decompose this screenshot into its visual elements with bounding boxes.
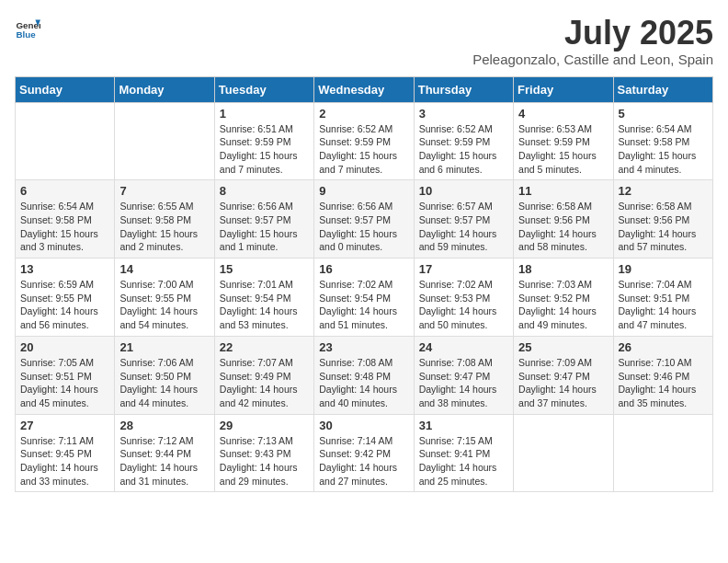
calendar-cell: 11Sunrise: 6:58 AM Sunset: 9:56 PM Dayli… (514, 180, 613, 259)
day-info: Sunrise: 6:54 AM Sunset: 9:58 PM Dayligh… (20, 200, 109, 254)
calendar-cell: 10Sunrise: 6:57 AM Sunset: 9:57 PM Dayli… (414, 180, 513, 259)
day-number: 21 (119, 340, 209, 354)
calendar-cell: 27Sunrise: 7:11 AM Sunset: 9:45 PM Dayli… (16, 414, 115, 492)
day-number: 6 (20, 184, 109, 198)
day-number: 16 (319, 262, 408, 276)
day-info: Sunrise: 6:55 AM Sunset: 9:58 PM Dayligh… (119, 200, 209, 254)
day-info: Sunrise: 7:04 AM Sunset: 9:51 PM Dayligh… (619, 278, 708, 332)
day-info: Sunrise: 7:06 AM Sunset: 9:50 PM Dayligh… (119, 356, 209, 410)
calendar-table: SundayMondayTuesdayWednesdayThursdayFrid… (15, 76, 713, 493)
day-number: 5 (619, 107, 708, 121)
svg-text:Blue: Blue (16, 29, 36, 40)
page-header: General Blue July 2025 Peleagonzalo, Cas… (15, 15, 713, 67)
calendar-cell: 26Sunrise: 7:10 AM Sunset: 9:46 PM Dayli… (613, 336, 712, 414)
calendar-cell: 13Sunrise: 6:59 AM Sunset: 9:55 PM Dayli… (16, 259, 115, 337)
day-number: 3 (419, 107, 508, 121)
calendar-cell (16, 102, 115, 180)
calendar-cell: 15Sunrise: 7:01 AM Sunset: 9:54 PM Dayli… (214, 259, 313, 337)
day-info: Sunrise: 6:54 AM Sunset: 9:58 PM Dayligh… (619, 122, 708, 177)
location-title: Peleagonzalo, Castille and Leon, Spain (472, 52, 713, 67)
day-info: Sunrise: 7:02 AM Sunset: 9:54 PM Dayligh… (319, 278, 408, 332)
calendar-cell: 28Sunrise: 7:12 AM Sunset: 9:44 PM Dayli… (115, 414, 214, 492)
day-number: 1 (220, 107, 309, 121)
day-info: Sunrise: 6:58 AM Sunset: 9:56 PM Dayligh… (518, 200, 608, 254)
calendar-cell (115, 102, 214, 180)
weekday-header: Friday (514, 76, 613, 102)
calendar-cell (613, 414, 712, 492)
logo: General Blue (15, 15, 40, 40)
day-info: Sunrise: 6:58 AM Sunset: 9:56 PM Dayligh… (619, 200, 708, 254)
day-number: 19 (619, 262, 708, 276)
day-info: Sunrise: 7:02 AM Sunset: 9:53 PM Dayligh… (419, 278, 508, 332)
weekday-header: Sunday (16, 76, 115, 102)
day-number: 30 (319, 419, 408, 432)
day-number: 8 (220, 184, 309, 198)
calendar-cell: 18Sunrise: 7:03 AM Sunset: 9:52 PM Dayli… (514, 259, 613, 337)
calendar-cell: 25Sunrise: 7:09 AM Sunset: 9:47 PM Dayli… (514, 336, 613, 414)
calendar-cell: 29Sunrise: 7:13 AM Sunset: 9:43 PM Dayli… (214, 414, 313, 492)
weekday-header: Wednesday (314, 76, 414, 102)
day-info: Sunrise: 7:01 AM Sunset: 9:54 PM Dayligh… (220, 278, 309, 332)
day-info: Sunrise: 7:07 AM Sunset: 9:49 PM Dayligh… (220, 356, 309, 410)
day-info: Sunrise: 7:08 AM Sunset: 9:48 PM Dayligh… (319, 356, 408, 410)
day-number: 22 (220, 340, 309, 354)
calendar-cell: 7Sunrise: 6:55 AM Sunset: 9:58 PM Daylig… (115, 180, 214, 259)
calendar-cell: 3Sunrise: 6:52 AM Sunset: 9:59 PM Daylig… (414, 102, 513, 180)
day-info: Sunrise: 7:15 AM Sunset: 9:41 PM Dayligh… (419, 434, 508, 488)
calendar-cell: 14Sunrise: 7:00 AM Sunset: 9:55 PM Dayli… (115, 259, 214, 337)
day-number: 4 (518, 107, 608, 121)
day-info: Sunrise: 7:12 AM Sunset: 9:44 PM Dayligh… (119, 434, 209, 488)
day-info: Sunrise: 6:52 AM Sunset: 9:59 PM Dayligh… (319, 122, 408, 177)
calendar-cell: 2Sunrise: 6:52 AM Sunset: 9:59 PM Daylig… (314, 102, 414, 180)
month-title: July 2025 (472, 15, 713, 52)
day-number: 13 (20, 262, 109, 276)
calendar-cell: 5Sunrise: 6:54 AM Sunset: 9:58 PM Daylig… (613, 102, 712, 180)
day-number: 11 (518, 184, 608, 198)
calendar-cell: 9Sunrise: 6:56 AM Sunset: 9:57 PM Daylig… (314, 180, 414, 259)
day-number: 9 (319, 184, 408, 198)
calendar-cell: 4Sunrise: 6:53 AM Sunset: 9:59 PM Daylig… (514, 102, 613, 180)
day-number: 25 (518, 340, 608, 354)
calendar-week-row: 13Sunrise: 6:59 AM Sunset: 9:55 PM Dayli… (16, 259, 713, 337)
calendar-week-row: 27Sunrise: 7:11 AM Sunset: 9:45 PM Dayli… (16, 414, 713, 492)
day-number: 26 (619, 340, 708, 354)
day-info: Sunrise: 6:51 AM Sunset: 9:59 PM Dayligh… (220, 122, 309, 177)
calendar-cell: 23Sunrise: 7:08 AM Sunset: 9:48 PM Dayli… (314, 336, 414, 414)
day-number: 24 (419, 340, 508, 354)
day-info: Sunrise: 6:52 AM Sunset: 9:59 PM Dayligh… (419, 122, 508, 177)
day-number: 29 (220, 419, 309, 432)
calendar-cell: 17Sunrise: 7:02 AM Sunset: 9:53 PM Dayli… (414, 259, 513, 337)
day-number: 23 (319, 340, 408, 354)
day-info: Sunrise: 6:53 AM Sunset: 9:59 PM Dayligh… (518, 122, 608, 177)
calendar-cell: 30Sunrise: 7:14 AM Sunset: 9:42 PM Dayli… (314, 414, 414, 492)
day-info: Sunrise: 6:56 AM Sunset: 9:57 PM Dayligh… (220, 200, 309, 254)
day-number: 12 (619, 184, 708, 198)
day-number: 2 (319, 107, 408, 121)
logo-icon: General Blue (15, 15, 40, 40)
day-number: 20 (20, 340, 109, 354)
calendar-week-row: 20Sunrise: 7:05 AM Sunset: 9:51 PM Dayli… (16, 336, 713, 414)
day-number: 28 (119, 419, 209, 432)
day-number: 10 (419, 184, 508, 198)
day-info: Sunrise: 6:56 AM Sunset: 9:57 PM Dayligh… (319, 200, 408, 254)
day-info: Sunrise: 7:10 AM Sunset: 9:46 PM Dayligh… (619, 356, 708, 410)
calendar-cell: 8Sunrise: 6:56 AM Sunset: 9:57 PM Daylig… (214, 180, 313, 259)
calendar-cell: 31Sunrise: 7:15 AM Sunset: 9:41 PM Dayli… (414, 414, 513, 492)
day-number: 14 (119, 262, 209, 276)
day-info: Sunrise: 7:05 AM Sunset: 9:51 PM Dayligh… (20, 356, 109, 410)
day-number: 18 (518, 262, 608, 276)
day-info: Sunrise: 7:13 AM Sunset: 9:43 PM Dayligh… (220, 434, 309, 488)
calendar-week-row: 6Sunrise: 6:54 AM Sunset: 9:58 PM Daylig… (16, 180, 713, 259)
day-number: 27 (20, 419, 109, 432)
calendar-cell: 16Sunrise: 7:02 AM Sunset: 9:54 PM Dayli… (314, 259, 414, 337)
calendar-cell: 12Sunrise: 6:58 AM Sunset: 9:56 PM Dayli… (613, 180, 712, 259)
calendar-cell (514, 414, 613, 492)
weekday-header: Monday (115, 76, 214, 102)
weekday-header: Thursday (414, 76, 513, 102)
calendar-cell: 21Sunrise: 7:06 AM Sunset: 9:50 PM Dayli… (115, 336, 214, 414)
day-number: 17 (419, 262, 508, 276)
day-number: 7 (119, 184, 209, 198)
day-info: Sunrise: 7:00 AM Sunset: 9:55 PM Dayligh… (119, 278, 209, 332)
title-area: July 2025 Peleagonzalo, Castille and Leo… (472, 15, 713, 67)
calendar-cell: 1Sunrise: 6:51 AM Sunset: 9:59 PM Daylig… (214, 102, 313, 180)
